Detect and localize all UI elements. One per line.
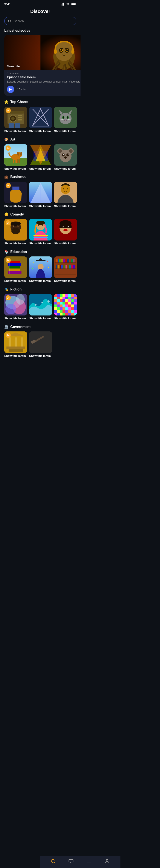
education-item-3[interactable]: Show title lorem [54, 256, 77, 283]
svg-point-100 [61, 184, 70, 194]
episode-show-title-1: Show title [6, 65, 19, 68]
svg-point-57 [63, 116, 64, 119]
art-section: 🎨 Art [0, 137, 81, 171]
svg-rect-242 [9, 337, 11, 346]
comedy-item-1[interactable]: 24 Show title lorem [4, 219, 27, 245]
government-thumb-1: 24 [4, 332, 27, 353]
business-badge-1: 24 [6, 183, 11, 188]
government-item-1[interactable]: 24 Show title lorem [4, 332, 27, 358]
svg-point-58 [67, 116, 69, 119]
comedy-section: 😄 Comedy [0, 212, 81, 245]
svg-rect-191 [54, 299, 57, 302]
svg-rect-211 [65, 305, 68, 307]
svg-rect-196 [68, 299, 71, 302]
business-item-1[interactable]: 24 Show title lorem [4, 182, 27, 208]
svg-rect-142 [55, 262, 76, 263]
svg-rect-238 [74, 313, 77, 315]
svg-rect-232 [57, 313, 60, 315]
latest-episodes-list: Show title 3 days ago Episode title lore… [0, 35, 81, 100]
government-item-2[interactable]: Show title lorem [29, 332, 52, 358]
top-charts-image-3 [54, 107, 77, 128]
svg-rect-202 [63, 302, 65, 305]
svg-rect-224 [57, 310, 60, 313]
top-charts-item-1[interactable]: 24 Show title lorem [4, 107, 27, 133]
svg-rect-45 [9, 123, 14, 128]
svg-rect-201 [60, 302, 63, 305]
svg-rect-218 [63, 307, 65, 310]
svg-point-117 [42, 225, 43, 226]
svg-rect-156 [57, 265, 59, 269]
education-label-1: Show title lorem [4, 279, 27, 283]
svg-rect-226 [63, 310, 65, 313]
art-item-1[interactable]: 24 Show title lorem [4, 144, 27, 171]
fiction-item-3[interactable]: Show title lorem [54, 294, 77, 320]
svg-rect-235 [65, 313, 68, 315]
top-charts-item-3[interactable]: Show title lorem [54, 107, 77, 133]
svg-rect-161 [67, 265, 69, 269]
comedy-image-3 [54, 219, 77, 241]
episode-date-1: 3 days ago [7, 72, 81, 74]
svg-rect-6 [76, 4, 76, 4]
svg-point-101 [63, 188, 64, 189]
episode-duration-1: 15 min [17, 88, 26, 91]
art-label-2: Show title lorem [29, 167, 52, 171]
education-section: 📚 Education [0, 250, 81, 283]
education-label-3: Show title lorem [54, 279, 77, 283]
svg-point-138 [47, 261, 48, 262]
svg-rect-155 [56, 265, 57, 269]
episode-card-1[interactable]: Show title 3 days ago Episode title lore… [4, 35, 81, 96]
nav-discover[interactable] [50, 859, 55, 864]
svg-rect-186 [63, 297, 65, 299]
play-button-1[interactable] [7, 86, 14, 93]
top-charts-item-2[interactable]: Show title lorem [29, 107, 52, 133]
svg-rect-152 [69, 259, 71, 262]
svg-rect-230 [74, 310, 77, 313]
svg-point-123 [63, 226, 64, 227]
art-title: 🎨 Art [0, 137, 81, 144]
business-label-3: Show title lorem [54, 205, 77, 208]
svg-point-90 [64, 156, 67, 159]
svg-rect-208 [57, 305, 60, 307]
svg-rect-197 [71, 299, 74, 302]
svg-rect-219 [65, 307, 68, 310]
svg-point-110 [17, 226, 18, 226]
fiction-item-2[interactable]: Show title lorem [29, 294, 52, 320]
business-image-2 [29, 182, 52, 203]
education-image-3 [54, 256, 77, 278]
comedy-item-3[interactable]: Show title lorem [54, 219, 77, 245]
svg-rect-217 [60, 307, 63, 310]
svg-rect-193 [60, 299, 63, 302]
art-label-3: Show title lorem [54, 167, 77, 171]
svg-rect-205 [71, 302, 74, 305]
nav-chat[interactable] [69, 859, 74, 864]
art-grid: 24 Show title lorem Show title lorem [0, 144, 81, 171]
svg-rect-1 [62, 4, 62, 6]
education-item-1[interactable]: 24 Show title lorem [4, 256, 27, 283]
svg-rect-162 [69, 265, 71, 269]
top-charts-label-3: Show title lorem [54, 129, 77, 133]
search-bar[interactable]: Search [4, 17, 76, 25]
business-item-3[interactable]: Show title lorem [54, 182, 77, 208]
svg-point-88 [63, 154, 64, 155]
comedy-item-2[interactable]: Show title lorem [29, 219, 52, 245]
svg-rect-188 [68, 297, 71, 299]
svg-point-102 [67, 188, 68, 189]
business-item-2[interactable]: Show title lorem [29, 182, 52, 208]
svg-rect-72 [17, 159, 18, 163]
government-grid: 24 Show title lorem Show title lorem [0, 332, 81, 358]
svg-rect-19 [71, 50, 74, 54]
status-icons [61, 3, 76, 6]
svg-point-17 [66, 49, 68, 51]
fiction-item-1[interactable]: 24 Show title lorem [4, 294, 27, 320]
education-item-2[interactable]: Show title lorem [29, 256, 52, 283]
business-section: 💼 Business 24 Show title lorem [0, 175, 81, 208]
svg-point-172 [41, 302, 43, 303]
episode-title-1: Episode title lorem [7, 75, 81, 79]
svg-rect-128 [8, 263, 21, 266]
discover-icon [50, 859, 55, 864]
art-item-3[interactable]: Show title lorem [54, 144, 77, 171]
top-charts-label-1: Show title lorem [4, 129, 27, 133]
svg-rect-175 [54, 294, 57, 297]
art-item-2[interactable]: Show title lorem [29, 144, 52, 171]
svg-rect-207 [54, 305, 57, 307]
